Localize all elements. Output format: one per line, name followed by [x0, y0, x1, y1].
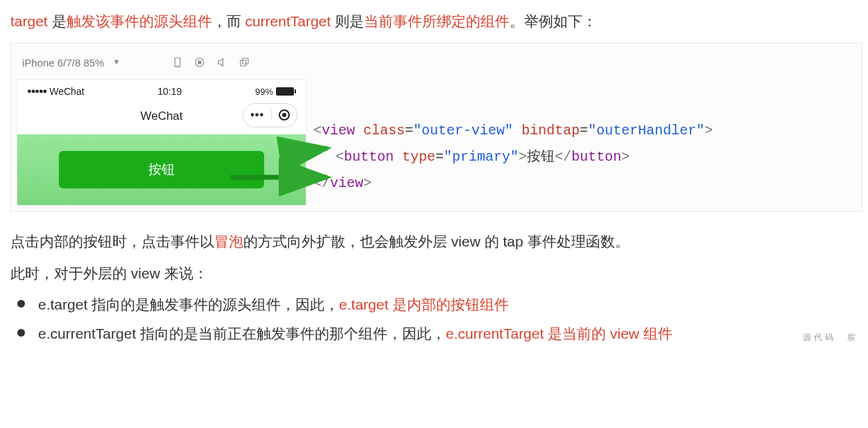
svg-rect-3 — [198, 61, 201, 64]
simulator-row: ●●●●● WeChat 10:19 99% WeChat ••• — [17, 79, 856, 206]
simulator: ●●●●● WeChat 10:19 99% WeChat ••• — [17, 79, 306, 206]
status-time: 10:19 — [157, 83, 182, 100]
rotate-icon[interactable] — [235, 53, 253, 71]
bullet-list: e.target 指向的是触发事件的源头组件，因此，e.target 是内部的按… — [10, 292, 862, 347]
bullet-item-target: e.target 指向的是触发事件的源头组件，因此，e.target 是内部的按… — [15, 292, 862, 318]
battery-icon — [276, 87, 296, 96]
primary-button[interactable]: 按钮 — [59, 151, 264, 188]
stop-icon[interactable] — [191, 53, 209, 71]
more-icon: ••• — [250, 105, 264, 125]
capsule-divider — [271, 109, 272, 121]
svg-rect-5 — [243, 58, 248, 64]
svg-rect-4 — [241, 60, 246, 66]
watermark: 源代码 宸 — [803, 330, 858, 346]
paragraph-context: 此时，对于外层的 view 来说： — [10, 260, 862, 287]
target-icon — [279, 109, 290, 121]
bubble-word: 冒泡 — [214, 233, 243, 249]
intro-paragraph: target 是触发该事件的源头组件，而 currentTarget 则是当前事… — [10, 8, 862, 35]
status-bar: ●●●●● WeChat 10:19 99% — [17, 80, 306, 102]
carrier-label: WeChat — [49, 83, 84, 100]
bullet-item-currenttarget: e.currentTarget 指向的是当前正在触发事件的那个组件，因此，e.c… — [15, 321, 862, 347]
intro-currenttarget: currentTarget — [245, 13, 331, 29]
capsule-button[interactable]: ••• — [243, 103, 297, 127]
phone-icon[interactable] — [168, 53, 186, 71]
intro-currenttarget-desc: 当前事件所绑定的组件 — [364, 13, 510, 29]
intro-target-desc: 触发该事件的源头组件 — [67, 13, 212, 29]
figure-container: iPhone 6/7/8 85% ▼ ●●●●● WeChat 10:19 9 — [10, 43, 862, 212]
device-label[interactable]: iPhone 6/7/8 85% — [22, 53, 104, 72]
intro-target: target — [10, 13, 48, 29]
battery-percent: 99% — [255, 84, 273, 100]
chevron-down-icon: ▼ — [112, 55, 120, 69]
nav-bar: WeChat ••• — [17, 102, 306, 134]
code-snippet: <view class="outer-view" bindtap="outerH… — [313, 79, 856, 197]
paragraph-bubble: 点击内部的按钮时，点击事件以冒泡的方式向外扩散，也会触发外层 view 的 ta… — [10, 229, 862, 255]
button-label: 按钮 — [148, 162, 175, 177]
nav-title: WeChat — [140, 106, 182, 127]
signal-icon: ●●●●● — [27, 84, 46, 98]
devtools-toolbar: iPhone 6/7/8 85% ▼ — [17, 49, 856, 79]
mute-icon[interactable] — [213, 53, 231, 71]
outer-view[interactable]: 按钮 — [17, 134, 306, 205]
